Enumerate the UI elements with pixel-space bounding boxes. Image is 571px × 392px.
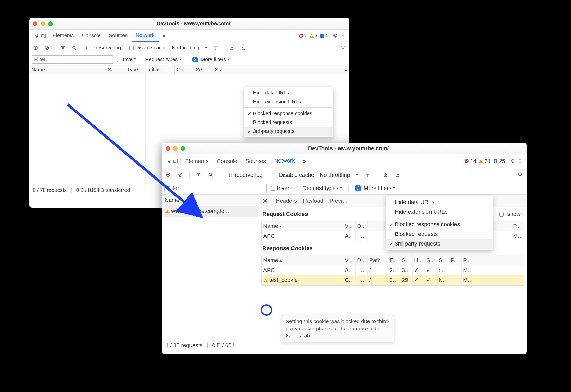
clear-button[interactable]	[177, 171, 184, 179]
table-header-row: Name St… Type Initiator Co… Se… Siz…	[29, 65, 349, 74]
disable-cache-checkbox[interactable]: Disable cache	[129, 45, 167, 51]
search-icon[interactable]	[70, 44, 78, 52]
detail-tab-headers[interactable]: Headers	[276, 198, 297, 204]
tabs-overflow[interactable]: »	[299, 155, 310, 167]
window-close-button[interactable]	[166, 146, 170, 151]
request-cookies-title: Request Cookies	[259, 207, 312, 221]
col-co[interactable]: Co…	[175, 65, 194, 74]
popup-blocked-response-cookies[interactable]: Blocked response cookies	[244, 109, 333, 118]
network-settings-icon[interactable]	[516, 171, 524, 179]
invert-checkbox[interactable]: Invert	[117, 57, 136, 62]
tab-sources[interactable]: Sources	[241, 155, 270, 167]
network-settings-icon[interactable]	[339, 44, 347, 52]
warnings-count[interactable]: 31	[477, 158, 492, 165]
devtools-window-2: DevTools - www.youtube.com/ Elements Con…	[162, 143, 527, 354]
popup-blocked-requests[interactable]: Blocked requests	[244, 118, 333, 127]
errors-count[interactable]: 1	[298, 33, 308, 38]
cookie-blocked-tooltip: Setting this cookie was blocked due to t…	[282, 315, 394, 342]
inspect-icon[interactable]	[32, 32, 40, 39]
col-se[interactable]: Se…	[194, 65, 213, 74]
record-button[interactable]	[32, 44, 40, 52]
tab-network[interactable]: Network	[132, 30, 158, 42]
popup-hide-data-urls[interactable]: Hide data URLs	[386, 197, 493, 207]
device-toggle-icon[interactable]	[172, 157, 180, 165]
issues-count[interactable]: 4	[319, 33, 329, 38]
close-detail-button[interactable]: ✕	[262, 197, 268, 205]
import-har-icon[interactable]	[228, 44, 236, 52]
more-filters-dropdown[interactable]: 2More filters	[191, 56, 231, 63]
request-row[interactable]: www.youtube.com;dc…	[162, 206, 259, 217]
network-conditions-icon[interactable]	[212, 44, 220, 52]
popup-hide-extension-urls[interactable]: Hide extension URLs	[244, 97, 333, 106]
network-filter-row: Invert Request types 2More filters	[162, 182, 527, 195]
popup-3rd-party-requests[interactable]: 3rd-party requests	[244, 127, 333, 136]
disable-cache-checkbox[interactable]: Disable cache	[273, 172, 314, 178]
search-icon[interactable]	[207, 171, 215, 179]
more-filters-popup: Hide data URLs Hide extension URLs Block…	[244, 87, 333, 138]
cookie-row-warned[interactable]: test_cookie C.. …. / 2.. 29 ✓ ✓ N.. M..	[262, 275, 524, 285]
col-type[interactable]: Type	[125, 65, 145, 74]
th-p[interactable]: P..	[512, 221, 524, 231]
clear-button[interactable]	[43, 44, 51, 52]
import-har-icon[interactable]	[382, 171, 390, 179]
tab-console[interactable]: Console	[78, 30, 105, 41]
errors-count[interactable]: 14	[463, 158, 477, 165]
th-value[interactable]: V..	[343, 221, 356, 231]
request-types-dropdown[interactable]: Request types	[144, 56, 183, 63]
popup-3rd-party-requests[interactable]: 3rd-party requests	[386, 239, 493, 249]
issues-count[interactable]: 25	[492, 158, 506, 165]
col-status[interactable]: St…	[106, 65, 125, 74]
window-title: DevTools - www.youtube.com/	[37, 21, 349, 26]
tabs-overflow[interactable]: »	[159, 30, 170, 41]
annotation-circle	[261, 304, 272, 316]
th-domain[interactable]: D..	[356, 221, 368, 231]
detail-tab-payload[interactable]: Payload	[303, 198, 323, 204]
col-name[interactable]: Name	[29, 65, 106, 74]
filter-icon[interactable]	[59, 44, 67, 52]
col-waterfall[interactable]	[232, 65, 349, 74]
show-filtered-checkbox[interactable]: show f	[499, 211, 524, 218]
requests-list: Name www.youtube.com;dc…	[162, 195, 259, 340]
more-icon[interactable]	[516, 157, 524, 165]
th-name[interactable]: Name	[262, 255, 343, 265]
throttling-dropdown[interactable]: No throttling	[171, 44, 208, 51]
tab-network[interactable]: Network	[270, 155, 299, 167]
invert-checkbox[interactable]: Invert	[271, 185, 291, 192]
preserve-log-checkbox[interactable]: Preserve log	[225, 172, 263, 178]
tab-elements[interactable]: Elements	[181, 155, 213, 167]
window-close-button[interactable]	[33, 21, 37, 26]
export-har-icon[interactable]	[239, 44, 247, 52]
col-size[interactable]: Siz…	[213, 65, 232, 74]
settings-icon[interactable]	[509, 157, 516, 165]
device-toggle-icon[interactable]	[40, 32, 47, 39]
requests-list-header[interactable]: Name	[162, 195, 259, 206]
cookie-row[interactable]: APC A.. …. / 2.. 3.. ✓ ✓ n.. M..	[262, 265, 524, 275]
detail-tab-preview[interactable]: Previ…	[329, 198, 348, 204]
preserve-log-checkbox[interactable]: Preserve log	[86, 45, 121, 51]
inspect-icon[interactable]	[164, 157, 172, 165]
filter-input[interactable]	[32, 55, 113, 64]
more-icon[interactable]	[339, 32, 347, 39]
warnings-count[interactable]: 3	[308, 33, 319, 38]
network-conditions-icon[interactable]	[364, 171, 372, 179]
tab-console[interactable]: Console	[213, 155, 242, 167]
more-filters-dropdown[interactable]: 2More filters	[354, 184, 396, 192]
network-filter-row: Invert Request types 2More filters	[29, 54, 349, 65]
filter-icon[interactable]	[195, 171, 202, 179]
requests-count: 1 / 85 requests	[166, 342, 203, 349]
settings-icon[interactable]	[332, 32, 339, 39]
tab-sources[interactable]: Sources	[105, 30, 132, 41]
record-button[interactable]	[164, 171, 172, 179]
popup-hide-extension-urls[interactable]: Hide extension URLs	[386, 207, 493, 217]
popup-blocked-requests[interactable]: Blocked requests	[386, 229, 493, 239]
more-filters-popup: Hide data URLs Hide extension URLs Block…	[386, 196, 493, 250]
export-har-icon[interactable]	[394, 171, 402, 179]
throttling-dropdown[interactable]: No throttling	[319, 171, 359, 179]
tab-elements[interactable]: Elements	[48, 30, 78, 41]
filter-input[interactable]	[164, 184, 267, 193]
popup-hide-data-urls[interactable]: Hide data URLs	[244, 88, 333, 97]
col-initiator[interactable]: Initiator	[145, 65, 175, 74]
popup-blocked-response-cookies[interactable]: Blocked response cookies	[386, 220, 493, 229]
request-types-dropdown[interactable]: Request types	[301, 184, 343, 192]
th-name[interactable]: Name	[262, 221, 343, 231]
